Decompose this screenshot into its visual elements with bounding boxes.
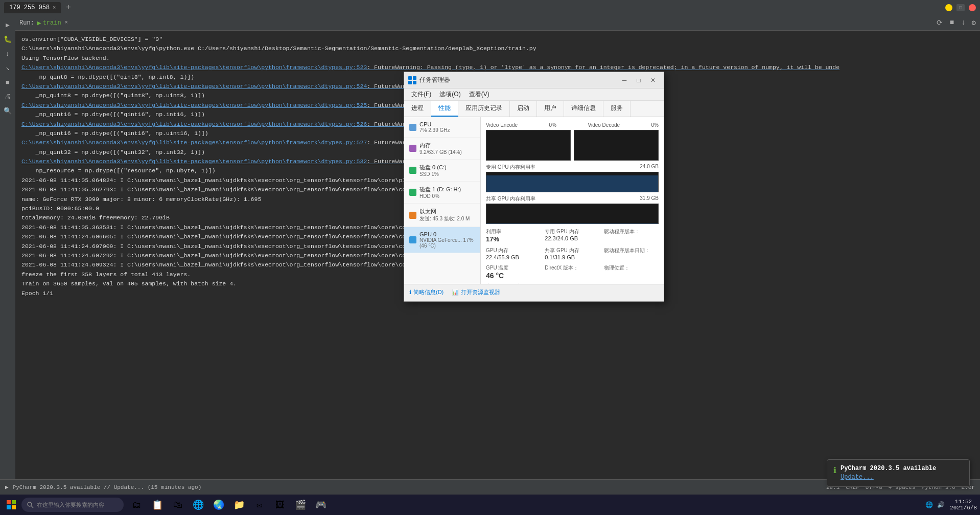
tm-tabs: 进程性能应用历史记录启动用户详细信息服务 — [404, 101, 664, 117]
taskbar-app-mail[interactable]: ✉ — [250, 496, 269, 514]
console-link[interactable]: C:\Users\shiyanshi\Anaconda3\envs\yyfg\l… — [21, 158, 367, 165]
run-name[interactable]: ▶ train × — [37, 19, 68, 27]
gpu-directx-stat: DirectX 版本： — [545, 264, 599, 280]
taskbar-app-store[interactable]: 🛍 — [169, 496, 187, 514]
taskbar-app-media[interactable]: 🎬 — [291, 496, 310, 514]
taskbar-search[interactable]: 在这里输入你要搜索的内容 — [21, 498, 124, 512]
taskbar-app-edge[interactable]: 🌐 — [189, 496, 207, 514]
print-btn[interactable]: 🖨 — [2, 91, 13, 102]
ded-mem-label: 专用 GPU 内存 — [545, 228, 599, 235]
run-tab-close[interactable]: × — [65, 20, 68, 26]
taskbar-app-files[interactable]: 📁 — [230, 496, 248, 514]
tm-tab-性能[interactable]: 性能 — [431, 101, 458, 117]
tm-menu-file[interactable]: 文件(F) — [407, 89, 435, 100]
tm-tab-进程[interactable]: 进程 — [404, 101, 431, 117]
tm-sidebar-item-CPU[interactable]: CPU7% 2.39 GHz — [404, 117, 480, 138]
taskbar-app-explorer[interactable]: 🗂 — [128, 496, 146, 514]
step-into-btn[interactable]: ↘ — [2, 62, 13, 74]
sidebar-icon — [409, 145, 416, 152]
gpu-driver-date-stat: 驱动程序版本日期： — [604, 247, 659, 260]
gpu-driver-stat: 驱动程序版本： — [604, 228, 659, 243]
tm-sidebar-item-磁盘 1 (D: G: H:)[interactable]: 磁盘 1 (D: G: H:)HDD 0% — [404, 182, 480, 204]
svg-rect-5 — [12, 500, 16, 504]
stop-btn[interactable]: ■ — [2, 77, 13, 88]
add-tab-btn[interactable]: + — [62, 1, 75, 14]
rerun-btn[interactable]: ⟳ — [935, 17, 945, 28]
tm-brief-info-link[interactable]: ℹ 简略信息(D) — [409, 288, 444, 296]
console-link[interactable]: C:\Users\shiyanshi\Anaconda3\envs\yyfg\l… — [21, 102, 367, 108]
console-line: C:\Users\shiyanshi\Anaconda3\envs\yyfg\p… — [21, 44, 974, 53]
svg-rect-7 — [12, 505, 16, 509]
taskbar-app-photos[interactable]: 🖼 — [271, 496, 289, 514]
taskbar-app-misc[interactable]: 🎮 — [312, 496, 330, 514]
tm-sidebar-item-内存[interactable]: 内存9.2/63.7 GB (14%) — [404, 138, 480, 160]
tm-sidebar-item-GPU 0[interactable]: GPU 0NVIDIA GeForce... 17% (46 °C) — [404, 227, 480, 253]
status-run-icon[interactable]: ▶ — [5, 484, 9, 490]
taskbar-app-cortana[interactable]: 📋 — [148, 496, 167, 514]
tm-sidebar-item-以太网[interactable]: 以太网发送: 45.3 接收: 2.0 M — [404, 204, 480, 227]
close-btn[interactable] — [969, 4, 976, 11]
tm-close-btn[interactable]: ✕ — [646, 74, 660, 87]
notif-update-link[interactable]: Update... — [841, 474, 874, 481]
tm-tab-应用历史记录[interactable]: 应用历史记录 — [458, 101, 510, 117]
minimize-btn[interactable]: − — [945, 4, 952, 11]
tm-tab-详细信息[interactable]: 详细信息 — [564, 101, 603, 117]
tab-title: 179 255 058 — [9, 4, 50, 11]
network-icon[interactable]: 🌐 — [925, 501, 933, 509]
run-bar: Run: ▶ train × ⟳ ■ ↓ ⚙ — [15, 15, 980, 31]
taskbar-search-text: 在这里输入你要搜索的内容 — [37, 501, 104, 509]
tm-maximize-btn[interactable]: □ — [632, 74, 645, 87]
video-encode-chart — [486, 130, 571, 161]
sidebar-icon — [409, 124, 416, 131]
search-btn[interactable]: 🔍 — [2, 105, 13, 117]
sidebar-label: 内存 — [419, 142, 462, 149]
volume-icon[interactable]: 🔊 — [937, 501, 945, 509]
gpu-location-stat: 物理位置： — [604, 264, 659, 280]
tm-main: Video Encode 0% Video Decode 0% 专用 GPU 内… — [481, 117, 664, 284]
tm-tab-服务[interactable]: 服务 — [603, 101, 631, 117]
taskbar-apps: 🗂 📋 🛍 🌐 🌏 📁 ✉ 🖼 🎬 🎮 — [128, 496, 330, 514]
run-tool-btn[interactable]: ▶ — [2, 19, 13, 31]
console-link[interactable]: C:\Users\shiyanshi\Anaconda3\envs\yyfg\l… — [21, 139, 367, 146]
taskbar-systray: 🌐 🔊 — [925, 501, 945, 509]
tm-resource-monitor-link[interactable]: 📊 打开资源监视器 — [452, 288, 500, 296]
svg-rect-0 — [408, 76, 412, 80]
tm-sidebar-item-磁盘 0 (C:)[interactable]: 磁盘 0 (C:)SSD 1% — [404, 160, 480, 182]
sidebar-sub: NVIDIA GeForce... 17% (46 °C) — [419, 237, 475, 249]
task-manager-window: 任务管理器 ─ □ ✕ 文件(F) 选项(O) 查看(V) 进程性能应用历史记录… — [404, 72, 664, 302]
scroll-btn[interactable]: ↓ — [959, 17, 967, 28]
dedicated-gpu-mem-chart — [486, 172, 659, 192]
start-button[interactable] — [3, 497, 19, 513]
tm-menu-options[interactable]: 选项(O) — [435, 89, 464, 100]
tm-minimize-btn[interactable]: ─ — [618, 74, 631, 87]
windows-taskbar: 在这里输入你要搜索的内容 🗂 📋 🛍 🌐 🌏 📁 ✉ 🖼 🎬 🎮 🌐 🔊 11:… — [0, 495, 980, 515]
console-link[interactable]: C:\Users\shiyanshi\Anaconda3\envs\yyfg\l… — [21, 64, 367, 71]
tab-close-btn[interactable]: × — [53, 5, 56, 11]
tm-tab-启动[interactable]: 启动 — [510, 101, 537, 117]
settings-icon[interactable]: ⚙ — [972, 18, 976, 27]
tm-menu-view[interactable]: 查看(V) — [465, 89, 494, 100]
console-link[interactable]: C:\Users\shiyanshi\Anaconda3\envs\yyfg\l… — [21, 83, 367, 89]
stop-run-btn[interactable]: ■ — [948, 17, 956, 28]
taskbar-time-date[interactable]: 11:52 2021/6/8 — [950, 499, 977, 511]
svg-rect-1 — [413, 76, 416, 80]
console-line: os.environ["CUDA_VISIBLE_DEVICES"] = "0" — [21, 35, 974, 44]
step-over-btn[interactable]: ↓ — [2, 48, 13, 59]
reserved-label: 为硬件保留的内... — [486, 283, 659, 284]
shared-gpu-mem-label: 共享 GPU 内存利用率 — [486, 196, 535, 201]
dedicated-gpu-mem-max: 24.0 GB — [640, 164, 659, 169]
location-label: 物理位置： — [604, 264, 659, 272]
active-tab[interactable]: 179 255 058 × — [4, 2, 61, 13]
video-decode-label: Video Decode — [588, 122, 620, 128]
console-link[interactable]: C:\Users\shiyanshi\Anaconda3\envs\yyfg\l… — [21, 121, 367, 127]
maximize-btn[interactable]: □ — [956, 4, 965, 11]
tm-tab-用户[interactable]: 用户 — [537, 101, 564, 117]
taskbar-app-chrome[interactable]: 🌏 — [209, 496, 228, 514]
ded-mem-value: 22.3/24.0 GB — [545, 235, 599, 241]
gpu-utilization-stat: 利用率 17% — [486, 228, 541, 243]
status-git[interactable]: PyCharm 2020.3.5 available // Update... … — [13, 484, 202, 490]
debug-tool-btn[interactable]: 🐛 — [2, 34, 13, 45]
sidebar-sub: 发送: 45.3 接收: 2.0 M — [419, 215, 470, 222]
temp-value: 46 °C — [486, 272, 541, 280]
driver-label: 驱动程序版本： — [604, 228, 659, 235]
